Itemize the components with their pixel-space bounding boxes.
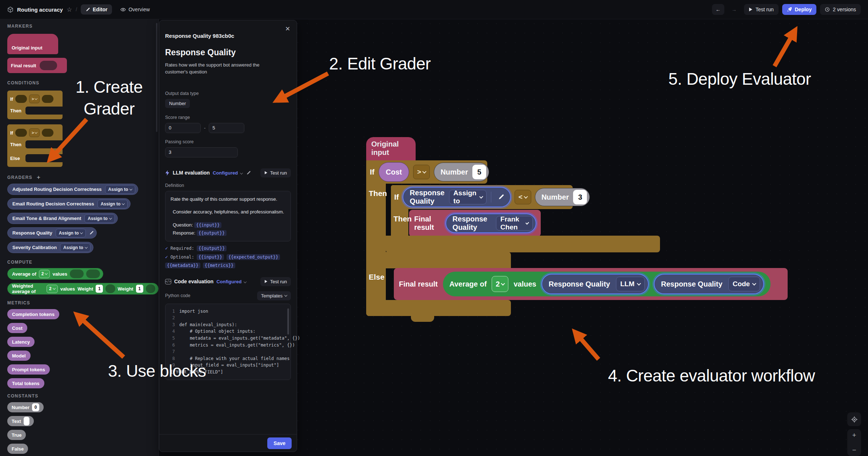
assign-to-select[interactable]: Assign to xyxy=(97,200,128,208)
add-grader-button[interactable]: + xyxy=(37,174,41,180)
close-icon[interactable]: ✕ xyxy=(283,24,292,33)
wf-number-value-field[interactable]: 5 xyxy=(472,165,486,179)
grader-email-tone[interactable]: Email Tone & Brand Alignment Assign to xyxy=(7,213,118,224)
metric-prompt-tokens[interactable]: Prompt tokens xyxy=(7,364,50,375)
grader-adjusted-routing[interactable]: Adjusted Routing Decision Correctness As… xyxy=(7,184,138,195)
grader-response-quality[interactable]: Response Quality Assign to xyxy=(7,227,97,239)
metric-completion-tokens[interactable]: Completion tokens xyxy=(7,309,59,319)
zoom-in-button[interactable]: + xyxy=(852,432,856,439)
llm-test-run-button[interactable]: Test run xyxy=(260,168,291,177)
wf-response-quality-pill-selected[interactable]: Response Quality Assign to xyxy=(403,187,511,207)
constant-number[interactable]: Number 0 xyxy=(7,402,44,412)
wf-nested-bottom-strip[interactable] xyxy=(386,236,660,252)
block-average[interactable]: Average of 2 values xyxy=(7,268,103,280)
text-value-field[interactable] xyxy=(24,417,29,425)
assign-to-select[interactable]: Assign to xyxy=(105,185,136,194)
save-button[interactable]: Save xyxy=(267,437,292,449)
block-if-then-else[interactable]: If > Then Else xyxy=(7,124,63,167)
edit-grader-pencil-icon[interactable] xyxy=(89,231,94,235)
evaluator-select[interactable]: LLM xyxy=(616,277,645,291)
if-keyword: If xyxy=(10,130,13,136)
redo-button[interactable]: → xyxy=(728,4,740,15)
graders-section-header: GRADERS + xyxy=(7,174,159,180)
constant-text[interactable]: Text xyxy=(7,416,34,426)
wf-operator-select[interactable]: > xyxy=(413,165,430,179)
edit-pencil-icon[interactable] xyxy=(246,171,251,175)
weight-field[interactable]: 1 xyxy=(136,285,143,293)
operator-select[interactable]: > xyxy=(29,95,40,103)
code-scrollbar[interactable] xyxy=(287,308,289,335)
wf-operator-select[interactable]: < xyxy=(515,190,531,204)
wf-nested-if-row[interactable]: If Response Quality Assign to < Number 3 xyxy=(391,185,573,209)
count-select[interactable]: 2 xyxy=(492,276,508,292)
metric-total-tokens[interactable]: Total tokens xyxy=(7,378,44,388)
optional-vars-row: ✓ Optional: {{input}} {{expected_output}… xyxy=(165,254,293,268)
passing-score-input[interactable] xyxy=(165,147,238,157)
score-max-input[interactable] xyxy=(209,123,244,133)
metric-cost[interactable]: Cost xyxy=(7,323,27,333)
code-test-run-button[interactable]: Test run xyxy=(260,277,291,286)
evaluator-select[interactable]: Code xyxy=(728,277,760,291)
score-min-input[interactable] xyxy=(165,123,201,133)
wf-if-keyword: If xyxy=(394,193,399,201)
assign-to-select[interactable]: Assign to xyxy=(60,243,91,252)
wf-response-quality-code-pill[interactable]: Response Quality Code xyxy=(654,274,764,294)
chevron-down-icon[interactable] xyxy=(240,169,243,176)
recenter-button[interactable] xyxy=(847,412,861,426)
favorite-star-icon[interactable]: ☆ xyxy=(67,6,72,13)
deploy-button[interactable]: Deploy xyxy=(782,4,817,15)
block-if-then[interactable]: If > Then xyxy=(7,91,63,119)
code-evaluation-header[interactable]: </> Code evaluation Configured Test run xyxy=(165,277,291,286)
wf-outer-if-spine[interactable] xyxy=(366,160,386,316)
block-final-result[interactable]: Final result xyxy=(7,58,67,73)
chevron-down-icon[interactable] xyxy=(244,278,246,285)
edit-pencil-icon[interactable] xyxy=(496,194,507,200)
else-keyword: Else xyxy=(10,156,23,161)
metric-model[interactable]: Model xyxy=(7,351,31,361)
assign-to-select[interactable]: Assign to xyxy=(84,214,115,223)
assign-to-select[interactable]: Assign to xyxy=(449,190,487,204)
wf-outer-wrap-strip[interactable] xyxy=(366,252,511,268)
wf-number-pill[interactable]: Number 3 xyxy=(535,188,590,206)
arrow-create-workflow xyxy=(575,332,599,359)
metric-latency[interactable]: Latency xyxy=(7,337,35,347)
block-original-input[interactable]: Original input xyxy=(7,34,58,54)
wf-average-block[interactable]: Average of 2 values Response Quality LLM… xyxy=(443,272,771,296)
wf-number-value-field[interactable]: 3 xyxy=(573,190,587,204)
wf-else-final-result[interactable]: Final result Average of 2 values Respons… xyxy=(394,268,788,300)
definition-textarea[interactable]: Rate the quality of this customer suppor… xyxy=(165,191,291,241)
templates-button[interactable]: Templates xyxy=(257,291,291,300)
grader-severity-calibration[interactable]: Severity Calibration Assign to xyxy=(7,242,93,253)
wf-then-final-result[interactable]: Final result Response Quality Frank Chen xyxy=(409,210,541,237)
wf-original-input-marker[interactable]: Original input xyxy=(366,137,416,161)
sidebar-scrollbar[interactable] xyxy=(156,23,157,132)
wf-bottom-strip[interactable] xyxy=(366,300,511,316)
page-title: Routing accuracy xyxy=(17,7,63,13)
operator-select[interactable]: > xyxy=(29,128,40,137)
versions-button[interactable]: 2 versions xyxy=(820,4,861,15)
block-weighted-average[interactable]: Weighted average of 2 values Weight 1 We… xyxy=(7,283,159,295)
assign-to-select[interactable]: Assign to xyxy=(56,229,86,237)
constant-true[interactable]: True xyxy=(7,430,26,440)
grader-email-routing[interactable]: Email Routing Decision Correctness Assig… xyxy=(7,198,131,209)
count-select[interactable]: 2 xyxy=(47,285,58,293)
wf-cost-pill[interactable]: Cost xyxy=(379,162,409,182)
wf-outer-if-row[interactable]: If Cost > Number 5 xyxy=(366,160,487,184)
llm-evaluation-header[interactable]: LLM evaluation Configured Test run xyxy=(165,168,291,177)
weight-field[interactable]: 1 xyxy=(96,285,103,293)
constant-false[interactable]: False xyxy=(7,444,28,454)
tab-overview[interactable]: Overview xyxy=(116,4,154,15)
wf-response-quality-frank-chen-pill[interactable]: Response Quality Frank Chen xyxy=(445,213,536,233)
wf-number-pill[interactable]: Number 5 xyxy=(434,163,489,181)
test-run-button[interactable]: Test run xyxy=(744,4,779,15)
undo-button[interactable]: ← xyxy=(712,4,724,15)
count-select[interactable]: 2 xyxy=(39,270,50,278)
zoom-out-button[interactable]: − xyxy=(852,447,856,453)
optional-var: {{metadata}} xyxy=(165,263,200,268)
annotation-edit-grader: 2. Edit Grader xyxy=(329,54,431,73)
statement-slot xyxy=(25,154,63,162)
number-value-field[interactable]: 0 xyxy=(32,403,39,411)
reviewer-select[interactable]: Frank Chen xyxy=(496,216,533,231)
wf-response-quality-llm-pill[interactable]: Response Quality LLM xyxy=(541,274,649,294)
tab-editor[interactable]: Editor xyxy=(81,4,112,15)
